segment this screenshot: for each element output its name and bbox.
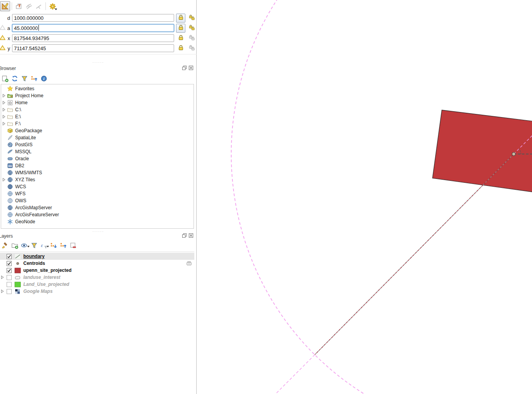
repeat-lock-x-button[interactable]: [187, 34, 196, 43]
map-themes-button[interactable]: [19, 241, 29, 250]
delta-y-icon[interactable]: [0, 45, 5, 51]
browser-item-wms-wmts[interactable]: WMS/WMTS: [1, 169, 194, 176]
expand-arrow-icon[interactable]: [1, 94, 7, 98]
browser-item-geonode[interactable]: GeoNode: [1, 218, 194, 225]
add-group-button[interactable]: [10, 241, 19, 250]
expand-arrow-icon[interactable]: [1, 115, 7, 119]
close-panel-button[interactable]: [188, 65, 194, 71]
layer-visibility-checkbox[interactable]: [7, 261, 12, 266]
layer-visibility-checkbox[interactable]: [7, 254, 12, 259]
layer-visibility-checkbox[interactable]: [7, 275, 12, 280]
filter-browser-button[interactable]: [19, 74, 29, 83]
layer-row-centroids[interactable]: Centroids: [0, 260, 194, 267]
angle-input[interactable]: [12, 24, 174, 32]
db2-icon: DB2: [7, 163, 13, 169]
globe-icon: [7, 205, 13, 211]
expand-arrow-icon[interactable]: [1, 101, 7, 105]
layer-visibility-checkbox[interactable]: [7, 268, 12, 273]
browser-item-oracle[interactable]: Oracle: [1, 155, 194, 162]
browser-item-project-home[interactable]: Project Home: [1, 92, 194, 99]
properties-widget-button[interactable]: i: [39, 74, 49, 83]
filter-expression-button[interactable]: ε: [39, 241, 49, 250]
expand-arrow-icon[interactable]: [1, 108, 7, 112]
browser-item-ows[interactable]: OWS: [1, 197, 194, 204]
add-selected-layers-button[interactable]: [0, 74, 10, 83]
close-panel-button[interactable]: [188, 233, 194, 238]
layer-visibility-checkbox[interactable]: [7, 282, 12, 287]
browser-item-favorites[interactable]: Favorites: [1, 85, 194, 92]
folder-project-icon: [7, 93, 13, 99]
lock-angle-button[interactable]: [176, 24, 185, 33]
layer-row-google-maps[interactable]: Google Maps: [0, 288, 194, 295]
delta-x-icon[interactable]: [0, 35, 5, 41]
layers-panel-header: Layers: [0, 233, 197, 240]
browser-item-arcgismapserver[interactable]: ArcGisMapServer: [1, 204, 194, 211]
refresh-button[interactable]: [10, 74, 19, 83]
expand-arrow-icon[interactable]: [1, 122, 7, 126]
browser-item-arcgisfeatureserver[interactable]: ArcGisFeatureServer: [1, 211, 194, 218]
distance-input[interactable]: [12, 14, 174, 22]
collapse-all-button[interactable]: [29, 74, 39, 83]
repeat-lock-angle-button[interactable]: [187, 24, 196, 33]
svg-text:ε: ε: [41, 242, 43, 248]
padlock-icon: [178, 14, 184, 21]
splitter-handle[interactable]: ······: [0, 230, 197, 233]
browser-item-label: ArcGisFeatureServer: [15, 212, 59, 217]
browser-item-xyz-tiles[interactable]: XYZ Tiles: [1, 176, 194, 183]
perpendicular-icon: [35, 3, 42, 10]
browser-item-f[interactable]: F:\: [1, 120, 194, 127]
perpendicular-constraint-button[interactable]: [34, 1, 44, 11]
browser-item-label: OWS: [15, 198, 26, 203]
browser-item-wcs[interactable]: WCS: [1, 183, 194, 190]
browser-item-e[interactable]: E:\: [1, 113, 194, 120]
expand-arrow-icon[interactable]: [1, 178, 7, 182]
delta-angle-icon[interactable]: [0, 25, 5, 31]
postgis-icon: [7, 142, 13, 148]
float-panel-button[interactable]: [182, 233, 187, 238]
globe-icon: [7, 177, 13, 183]
enable-advanced-digitizing-button[interactable]: [0, 1, 10, 11]
splitter-handle[interactable]: ······: [0, 61, 197, 63]
lock-y-button[interactable]: [176, 44, 185, 53]
y-coordinate-input[interactable]: [12, 44, 174, 52]
browser-item-postgis[interactable]: PostGIS: [1, 141, 194, 148]
x-coordinate-input[interactable]: [12, 34, 174, 42]
map-canvas[interactable]: [197, 0, 532, 394]
browser-item-home[interactable]: Home: [1, 99, 194, 106]
distance-label: d: [6, 15, 10, 21]
browser-item-wfs[interactable]: WFS: [1, 190, 194, 197]
remove-layer-button[interactable]: [68, 241, 78, 250]
cad-settings-button[interactable]: [47, 1, 58, 11]
browser-item-c[interactable]: C:\: [1, 106, 194, 113]
expand-all-button[interactable]: [49, 241, 58, 250]
expand-arrow-icon[interactable]: [0, 275, 5, 279]
lock-distance-button[interactable]: [176, 14, 185, 23]
collapse-all-button[interactable]: [58, 241, 68, 250]
repeat-lock-distance-button[interactable]: [187, 14, 196, 23]
construction-mode-button[interactable]: [14, 1, 24, 11]
polygon-outline-icon: [14, 275, 21, 280]
upenn-site-polygon: [433, 110, 532, 193]
repeat-lock-y-button[interactable]: [187, 44, 196, 53]
browser-item-mssql[interactable]: MSSQL: [1, 148, 194, 155]
properties-widget-icon: i: [40, 75, 47, 82]
expand-arrow-icon[interactable]: [0, 289, 5, 293]
layer-visibility-checkbox[interactable]: [7, 289, 12, 294]
browser-item-spatialite[interactable]: SpatiaLite: [1, 134, 194, 141]
layer-row-landuse-interest[interactable]: landuse_interest: [0, 274, 194, 281]
lock-x-button[interactable]: [176, 34, 185, 43]
float-panel-button[interactable]: [182, 65, 187, 71]
browser-item-geopackage[interactable]: GeoPackage: [1, 127, 194, 134]
browser-item-db2[interactable]: DB2DB2: [1, 162, 194, 169]
star-icon: [7, 86, 13, 92]
filter-legend-button[interactable]: [29, 241, 39, 250]
parallel-constraint-button[interactable]: [24, 1, 34, 11]
layer-row-land-use-projected[interactable]: Land_Use_projected: [0, 281, 194, 288]
advanced-digitizing-toolbar: [0, 1, 58, 12]
distance-lock-circle: [231, 0, 532, 394]
layer-row-upenn-site-projected[interactable]: upenn_site_projected: [0, 267, 194, 274]
styling-panel-button[interactable]: [0, 241, 10, 250]
oracle-icon: [7, 156, 13, 162]
layer-row-boundary[interactable]: boundary: [0, 253, 194, 260]
browser-item-label: F:\: [15, 121, 21, 126]
